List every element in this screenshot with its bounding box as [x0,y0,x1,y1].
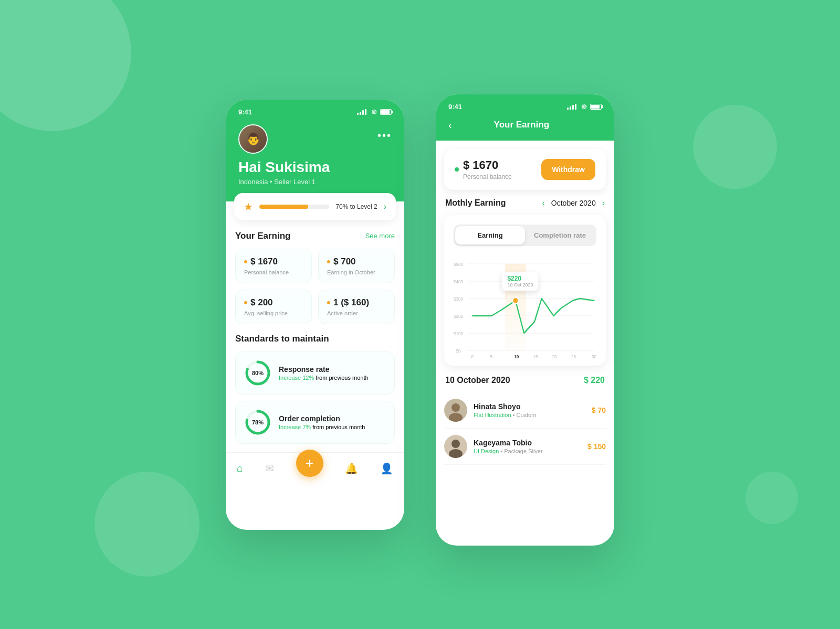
trans-type-2: • Package Silver [500,448,542,454]
stat-dot-3 [244,301,247,304]
bottom-nav: ⌂ ✉ + 🔔 👤 [226,452,404,484]
order-completion-info: Order completion Increase 7% from previo… [279,414,386,430]
level-progress-card[interactable]: ★ 70% to Level 2 › [234,193,396,220]
svg-point-26 [452,403,460,412]
svg-text:25: 25 [571,354,576,358]
standards-title: Standards to maintain [235,334,395,344]
response-rate-card: 80% Response rate Increase 12% from prev… [235,351,395,395]
trans-service-1: Flat Illustration [474,412,511,418]
trans-detail-1: Flat Illustration • Custom [474,412,585,418]
wifi-icon: ☸ [371,108,377,116]
balance-amount: $ 1670 [463,158,512,172]
stat-avg-price: $ 200 Avg. selling price [235,290,312,324]
date-section: 10 October 2020 $ 220 [436,368,614,392]
svg-text:0: 0 [471,354,474,358]
trans-name-2: Kageyama Tobio [474,439,581,447]
home-icon: ⌂ [237,462,243,474]
status-icons-2: ☸ [567,103,602,111]
transaction-item-1[interactable]: Hinata Shoyo Flat Illustration • Custom … [444,392,606,429]
profile-icon: 👤 [380,462,393,475]
response-rate-name: Response rate [279,365,386,374]
profile-row: 👨 ••• [238,124,392,154]
response-rate-circle: 80% [244,359,271,387]
level-progress-track [259,205,329,209]
bell-icon: 🔔 [345,462,358,475]
nav-profile[interactable]: 👤 [380,462,393,475]
svg-text:$100: $100 [454,331,463,336]
stats-grid: $ 1670 Personal balance $ 700 Earning in… [235,249,395,324]
trans-info-2: Kageyama Tobio UI Design • Package Silve… [474,439,581,454]
response-rate-info: Response rate Increase 12% from previous… [279,365,386,381]
svg-text:$0: $0 [456,348,461,353]
chart-area: $500 $400 $300 $200 $100 $0 [446,246,604,364]
svg-text:5: 5 [490,354,493,358]
nav-notifications[interactable]: 🔔 [345,462,358,475]
trans-name-1: Hinata Shoyo [474,402,585,411]
profile-header-bg: 9:41 ☸ 👨 [226,100,404,201]
order-increase-text: Increase 7% [279,424,311,430]
stat-value-avg: $ 200 [250,297,273,308]
transaction-item-2[interactable]: Kageyama Tobio UI Design • Package Silve… [444,429,606,465]
nav-messages[interactable]: ✉ [265,462,274,475]
phone-profile: 9:41 ☸ 👨 [226,100,404,530]
status-bar-1: 9:41 ☸ [238,108,392,116]
withdraw-button[interactable]: Withdraw [541,159,595,180]
svg-text:10: 10 [514,354,519,358]
trans-type-1: • Custom [513,412,537,418]
svg-point-17 [512,297,518,304]
next-month-button[interactable]: › [602,198,605,208]
level-progress-fill [259,205,308,209]
date-amount: $ 220 [584,376,605,385]
order-completion-label: 78% [252,419,264,425]
stat-label-earning: Earning in October [327,269,386,275]
nav-home[interactable]: ⌂ [237,462,243,474]
bg-decoration-3 [693,105,777,189]
battery-icon-2 [590,104,602,110]
svg-text:$400: $400 [454,279,463,284]
stat-personal-balance: $ 1670 Personal balance [235,249,312,283]
prev-month-button[interactable]: ‹ [542,198,545,208]
avatar: 👨 [238,124,268,154]
date-label: 10 October 2020 [445,376,510,385]
balance-details: $ 1670 Personal balance [463,158,512,180]
trans-amount-1: $ 70 [592,406,606,414]
earning-title: Your Earning [235,231,290,241]
add-button[interactable]: + [296,450,323,477]
stat-earning-october: $ 700 Earning in October [318,249,395,283]
stat-value-earning: $ 700 [333,257,356,267]
phone-earning: 9:41 ☸ ‹ Your Earning [436,94,614,546]
tab-completion-rate[interactable]: Completion rate [525,226,595,244]
earning-header-bg: 9:41 ☸ ‹ Your Earning [436,94,614,141]
order-completion-circle: 78% [244,409,271,436]
wifi-icon-2: ☸ [581,103,587,111]
bg-decoration-4 [746,472,798,524]
response-rate-detail: Increase 12% from previous month [279,375,386,381]
response-increase-text: Increase 12% [279,375,314,381]
tab-switcher: Earning Completion rate [454,225,596,246]
trans-avatar-1 [444,399,467,422]
balance-label: Personal balance [463,173,512,180]
status-time-1: 9:41 [238,108,252,116]
order-completion-detail: Increase 7% from previous month [279,424,386,430]
bg-decoration-2 [94,472,200,577]
status-time-2: 9:41 [448,103,462,111]
back-button[interactable]: ‹ [448,119,452,131]
tab-earning[interactable]: Earning [455,226,525,244]
signal-icon [357,109,366,115]
stat-dot [244,260,247,263]
stat-value-balance: $ 1670 [250,257,278,267]
level-text: 70% to Level 2 [335,203,377,210]
svg-text:$200: $200 [454,313,463,318]
monthly-earning-header: Mothly Earning ‹ October 2020 › [436,198,614,215]
stat-label-avg: Avg. selling price [244,310,303,316]
message-icon: ✉ [265,462,274,475]
more-options-button[interactable]: ••• [377,130,392,142]
order-detail-suffix: from previous month [312,424,365,430]
signal-icon-2 [567,104,576,110]
svg-text:$300: $300 [454,296,463,301]
see-more-link[interactable]: See more [365,232,395,240]
level-arrow-icon[interactable]: › [384,202,386,211]
profile-subtitle: Indonesia • Seller Level 1 [238,178,392,186]
trans-detail-2: UI Design • Package Silver [474,448,581,454]
order-completion-card: 78% Order completion Increase 7% from pr… [235,401,395,444]
